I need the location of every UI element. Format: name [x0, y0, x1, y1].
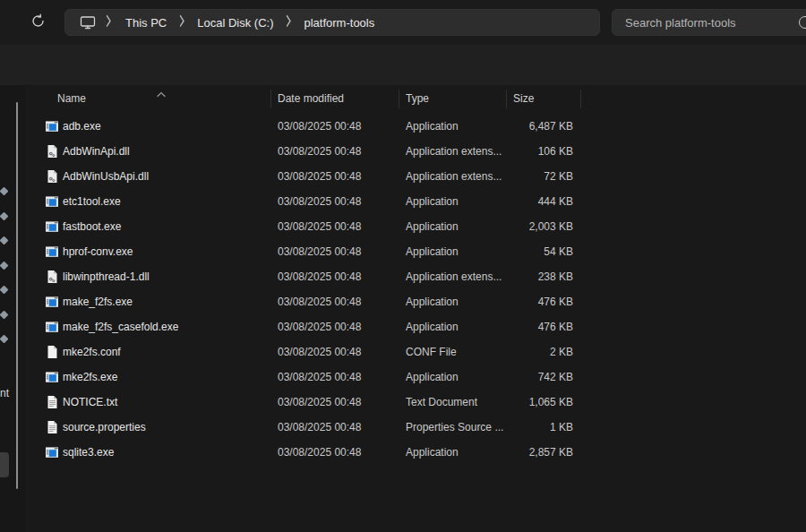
- column-resize-handle[interactable]: [506, 90, 507, 108]
- file-row[interactable]: make_f2fs.exe 03/08/2025 00:48 Applicati…: [25, 289, 806, 314]
- page-gears-icon: [45, 169, 59, 184]
- file-name: adb.exe: [63, 120, 101, 133]
- file-size: 6,487 KB: [529, 120, 573, 133]
- file-row[interactable]: mke2fs.exe 03/08/2025 00:48 Application …: [25, 365, 806, 390]
- column-resize-handle[interactable]: [399, 90, 399, 108]
- tree-expand-chevron-icon[interactable]: [0, 187, 8, 196]
- file-type: Application extens...: [406, 145, 502, 158]
- breadcrumb-separator-icon: [101, 13, 116, 32]
- file-date-modified: 03/08/2025 00:48: [278, 296, 361, 308]
- address-bar[interactable]: This PCLocal Disk (C:)platform-tools: [64, 9, 600, 36]
- title-address-bar: This PCLocal Disk (C:)platform-tools Sea…: [0, 0, 806, 45]
- breadcrumb-item[interactable]: Local Disk (C:): [189, 13, 281, 32]
- app-window-icon: [45, 370, 59, 384]
- file-type: Application: [406, 321, 459, 333]
- page-gears-icon: [45, 144, 59, 159]
- tree-expand-chevron-icon[interactable]: [0, 311, 8, 320]
- file-name: mke2fs.conf: [63, 346, 121, 358]
- file-name: sqlite3.exe: [63, 446, 114, 459]
- file-name: make_f2fs.exe: [63, 296, 133, 308]
- file-date-modified: 03/08/2025 00:48: [278, 220, 361, 233]
- file-name: libwinpthread-1.dll: [63, 270, 150, 283]
- column-header-row: Name Date modified Type Size: [25, 85, 806, 113]
- file-row[interactable]: AdbWinUsbApi.dll 03/08/2025 00:48 Applic…: [25, 164, 806, 189]
- search-placeholder: Search platform-tools: [625, 16, 736, 30]
- tree-expand-chevron-icon[interactable]: [0, 212, 8, 221]
- file-date-modified: 03/08/2025 00:48: [278, 396, 361, 408]
- file-row[interactable]: adb.exe 03/08/2025 00:48 Application 6,4…: [25, 114, 806, 139]
- app-window-icon: [45, 295, 59, 309]
- file-row[interactable]: NOTICE.txt 03/08/2025 00:48 Text Documen…: [25, 390, 806, 415]
- nav-item-selection-fragment[interactable]: [0, 452, 9, 477]
- file-row[interactable]: make_f2fs_casefold.exe 03/08/2025 00:48 …: [25, 314, 806, 339]
- column-header-name[interactable]: Name: [57, 92, 86, 105]
- file-name: AdbWinApi.dll: [63, 145, 130, 158]
- breadcrumb-item[interactable]: This PC: [117, 13, 175, 32]
- file-type: Application: [406, 296, 459, 308]
- page-text-icon: [45, 420, 59, 434]
- page-text-icon: [45, 395, 59, 409]
- file-date-modified: 03/08/2025 00:48: [278, 270, 361, 283]
- nav-pane-scrollbar[interactable]: [16, 102, 18, 489]
- column-header-size[interactable]: Size: [513, 92, 534, 105]
- file-row[interactable]: sqlite3.exe 03/08/2025 00:48 Application…: [25, 440, 806, 465]
- this-pc-icon[interactable]: [76, 15, 99, 30]
- nav-item-truncated-label[interactable]: nt: [0, 387, 9, 399]
- column-header-type[interactable]: Type: [406, 92, 429, 105]
- file-name: make_f2fs_casefold.exe: [63, 321, 178, 333]
- navigation-pane-sliver: nt: [0, 85, 25, 532]
- file-date-modified: 03/08/2025 00:48: [278, 421, 361, 433]
- breadcrumb-separator-icon: [175, 13, 189, 32]
- file-size: 476 KB: [538, 296, 573, 308]
- tree-expand-chevron-icon[interactable]: [0, 335, 8, 344]
- sort-ascending-icon: [156, 85, 167, 101]
- file-row[interactable]: etc1tool.exe 03/08/2025 00:48 Applicatio…: [25, 189, 806, 214]
- file-type: Application: [406, 371, 459, 383]
- file-type: Application extens...: [406, 170, 502, 183]
- column-resize-handle[interactable]: [270, 90, 271, 108]
- file-row[interactable]: AdbWinApi.dll 03/08/2025 00:48 Applicati…: [25, 139, 806, 164]
- file-type: Application: [406, 195, 459, 208]
- file-type: Text Document: [406, 396, 477, 408]
- file-row[interactable]: fastboot.exe 03/08/2025 00:48 Applicatio…: [25, 214, 806, 239]
- tree-expand-chevron-icon[interactable]: [0, 236, 8, 245]
- file-date-modified: 03/08/2025 00:48: [278, 371, 361, 383]
- file-date-modified: 03/08/2025 00:48: [278, 321, 361, 333]
- file-type: Application extens...: [406, 270, 502, 283]
- breadcrumb-item[interactable]: platform-tools: [296, 13, 382, 32]
- search-box[interactable]: Search platform-tools: [612, 9, 806, 36]
- file-size: 238 KB: [538, 270, 573, 283]
- tree-expand-chevron-icon[interactable]: [0, 262, 8, 270]
- file-row[interactable]: libwinpthread-1.dll 03/08/2025 00:48 App…: [25, 264, 806, 289]
- file-date-modified: 03/08/2025 00:48: [278, 195, 361, 208]
- refresh-icon: [30, 13, 46, 31]
- file-row[interactable]: mke2fs.conf 03/08/2025 00:48 CONF File 2…: [25, 339, 806, 365]
- file-name: mke2fs.exe: [63, 371, 117, 383]
- tree-expand-chevron-icon[interactable]: [0, 286, 8, 295]
- app-window-icon: [45, 219, 59, 234]
- column-resize-handle[interactable]: [580, 90, 581, 108]
- file-size: 1,065 KB: [529, 396, 573, 408]
- file-size: 2 KB: [550, 346, 573, 358]
- file-date-modified: 03/08/2025 00:48: [278, 245, 361, 258]
- refresh-button[interactable]: [25, 10, 50, 35]
- app-window-icon: [45, 194, 59, 209]
- app-window-icon: [45, 445, 59, 459]
- page-gears-icon: [45, 270, 59, 284]
- file-name: AdbWinUsbApi.dll: [63, 170, 149, 183]
- page-blank-icon: [45, 345, 59, 359]
- search-icon: [799, 16, 806, 29]
- breadcrumb-separator-icon: [281, 13, 296, 32]
- file-type: Properties Source ...: [406, 421, 503, 433]
- file-name: NOTICE.txt: [63, 396, 117, 408]
- file-row[interactable]: source.properties 03/08/2025 00:48 Prope…: [25, 415, 806, 440]
- file-date-modified: 03/08/2025 00:48: [278, 145, 361, 158]
- file-date-modified: 03/08/2025 00:48: [278, 346, 361, 358]
- file-name: fastboot.exe: [63, 220, 121, 233]
- file-type: CONF File: [406, 346, 457, 358]
- app-window-icon: [45, 119, 59, 133]
- file-size: 444 KB: [538, 195, 573, 208]
- column-header-date-modified[interactable]: Date modified: [278, 92, 344, 105]
- file-row[interactable]: hprof-conv.exe 03/08/2025 00:48 Applicat…: [25, 239, 806, 264]
- file-name: source.properties: [63, 421, 146, 433]
